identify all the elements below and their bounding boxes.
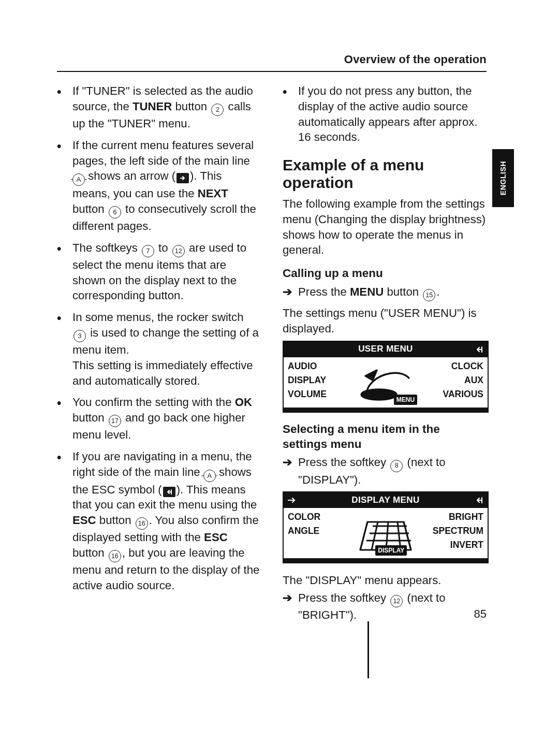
step-arrow-icon: ➔ bbox=[283, 455, 298, 487]
text: The softkeys bbox=[72, 241, 141, 254]
menu-item-various: VARIOUS bbox=[443, 387, 483, 401]
text: Press the bbox=[298, 285, 350, 298]
menu-item-aux: AUX bbox=[443, 373, 483, 387]
ref-17-icon: 17 bbox=[109, 415, 121, 427]
bullet-icon bbox=[283, 83, 298, 145]
text: You confirm the setting with the bbox=[72, 396, 235, 409]
text: This setting is immediately effective an… bbox=[72, 358, 261, 389]
ref-15-icon: 15 bbox=[423, 289, 435, 301]
instruction-step: ➔ Press the softkey 8 (next to "DISPLAY"… bbox=[283, 455, 487, 487]
paragraph: The following example from the settings … bbox=[283, 196, 487, 258]
list-item: If you are navigating in a menu, the rig… bbox=[57, 449, 261, 593]
menu-item-bright: BRIGHT bbox=[433, 510, 483, 524]
language-label: ENGLISH bbox=[499, 161, 507, 195]
label-ok: OK bbox=[235, 396, 252, 409]
running-head: Overview of the operation bbox=[344, 53, 487, 66]
menu-item-invert: INVERT bbox=[433, 538, 483, 552]
decorative-rule bbox=[367, 621, 369, 678]
label-next: NEXT bbox=[198, 187, 228, 200]
bullet-icon bbox=[57, 449, 72, 593]
text: shows an arrow ( bbox=[85, 169, 175, 182]
section-heading: Example of a menu operation bbox=[283, 156, 487, 191]
display-badge: MENU bbox=[394, 395, 417, 405]
text: button bbox=[384, 285, 422, 298]
text: button bbox=[72, 202, 108, 215]
top-rule bbox=[57, 71, 487, 72]
step-result: The settings menu ("USER MENU") is displ… bbox=[283, 306, 487, 337]
ref-16-icon: 16 bbox=[136, 517, 148, 530]
text: If you do not press any button, the disp… bbox=[298, 83, 487, 145]
bullet-icon bbox=[57, 138, 72, 234]
esc-icon bbox=[467, 496, 484, 504]
menu-item-angle: ANGLE bbox=[288, 524, 320, 538]
step-result: The "DISPLAY" menu appears. bbox=[283, 573, 487, 588]
left-column: If "TUNER" is selected as the audio sour… bbox=[57, 83, 261, 627]
menu-item-spectrum: SPECTRUM bbox=[433, 524, 483, 538]
esc-icon bbox=[467, 345, 484, 354]
menu-item-clock: CLOCK bbox=[443, 359, 483, 373]
instruction-step: ➔ Press the softkey 12 (next to "BRIGHT"… bbox=[283, 590, 487, 623]
text: Press the softkey bbox=[298, 591, 389, 604]
ref-2-icon: 2 bbox=[211, 104, 224, 116]
display-display-menu: DISPLAY MENU COLOR ANGLE BRIGHT SPECTRUM bbox=[283, 491, 489, 563]
ref-3-icon: 3 bbox=[73, 330, 86, 342]
text: button bbox=[72, 411, 108, 424]
page-number: 85 bbox=[474, 607, 487, 621]
ref-A-icon: A bbox=[203, 470, 216, 482]
ref-8-icon: 8 bbox=[390, 460, 403, 472]
arrow-right-icon bbox=[176, 173, 189, 183]
language-tab: ENGLISH bbox=[492, 149, 514, 207]
ref-12-icon: 12 bbox=[390, 595, 403, 607]
display-title: USER MENU bbox=[304, 343, 467, 355]
menu-item-volume: VOLUME bbox=[288, 387, 327, 401]
esc-icon bbox=[163, 487, 175, 497]
next-arrow-icon bbox=[287, 497, 304, 504]
display-title: DISPLAY MENU bbox=[304, 495, 467, 506]
text: button bbox=[96, 514, 135, 527]
ref-12-icon: 12 bbox=[172, 245, 185, 257]
ref-7-icon: 7 bbox=[142, 245, 154, 257]
bullet-icon bbox=[57, 395, 72, 443]
text: is used to change the setting of a menu … bbox=[72, 326, 259, 356]
instruction-step: ➔ Press the MENU button 15. bbox=[283, 284, 487, 301]
ref-6-icon: 6 bbox=[109, 206, 121, 219]
display-user-menu: USER MENU AUDIO DISPLAY VOLUME CLOCK AUX… bbox=[283, 341, 489, 413]
label-tuner: TUNER bbox=[133, 100, 172, 113]
right-column: If you do not press any button, the disp… bbox=[283, 83, 487, 627]
subsection-heading: Selecting a menu item in the settings me… bbox=[283, 422, 487, 452]
step-arrow-icon: ➔ bbox=[283, 590, 298, 623]
label-esc: ESC bbox=[204, 531, 228, 544]
text: to bbox=[155, 241, 171, 254]
bullet-icon bbox=[57, 310, 72, 388]
text: If the current menu features several pag… bbox=[72, 139, 254, 167]
menu-item-blank bbox=[288, 538, 320, 552]
menu-item-audio: AUDIO bbox=[288, 359, 327, 373]
text: button bbox=[72, 546, 108, 559]
label-esc: ESC bbox=[72, 514, 96, 527]
text: button bbox=[172, 100, 210, 113]
subsection-heading: Calling up a menu bbox=[283, 266, 487, 281]
list-item: You confirm the setting with the OK butt… bbox=[57, 395, 261, 443]
bullet-icon bbox=[57, 83, 72, 132]
list-item: If "TUNER" is selected as the audio sour… bbox=[57, 83, 261, 132]
list-item: If you do not press any button, the disp… bbox=[283, 83, 487, 145]
step-arrow-icon: ➔ bbox=[283, 284, 298, 301]
display-badge: DISPLAY bbox=[375, 545, 407, 556]
text: In some menus, the rocker switch bbox=[72, 311, 243, 324]
text: . bbox=[436, 285, 439, 298]
list-item: In some menus, the rocker switch 3 is us… bbox=[57, 310, 261, 388]
ref-A-icon: A bbox=[72, 173, 85, 186]
ref-16-icon: 16 bbox=[109, 550, 121, 562]
svg-point-0 bbox=[361, 389, 396, 400]
text: Press the softkey bbox=[298, 456, 389, 469]
menu-item-display: DISPLAY bbox=[288, 373, 327, 387]
bullet-icon bbox=[57, 240, 72, 304]
label-menu: MENU bbox=[350, 285, 384, 298]
list-item: If the current menu features several pag… bbox=[57, 138, 261, 234]
list-item: The softkeys 7 to 12 are used to select … bbox=[57, 240, 261, 304]
menu-item-color: COLOR bbox=[288, 510, 320, 524]
